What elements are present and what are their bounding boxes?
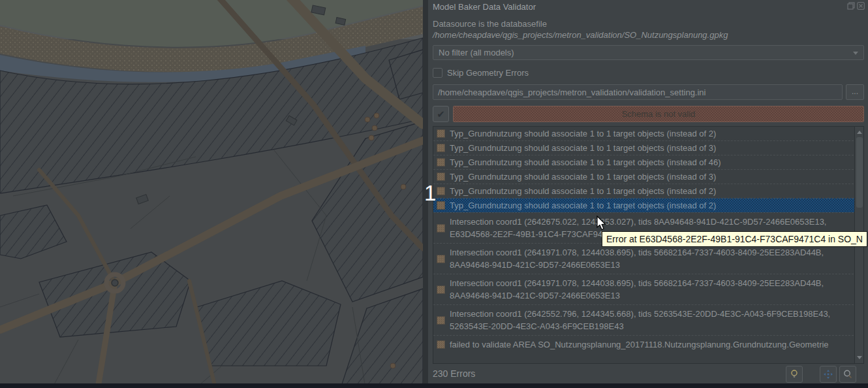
help-suggestion-button[interactable]: [786, 366, 803, 383]
error-list-item[interactable]: Intersection coord1 (2641971.078, 124403…: [433, 274, 863, 304]
pan-to-error-button[interactable]: [820, 366, 837, 383]
error-item-text: Intersection coord1 (2641971.078, 124403…: [450, 277, 852, 302]
error-item-text: Typ_Grundnutzung should associate 1 to 1…: [450, 170, 716, 183]
error-item-checkbox[interactable]: [437, 144, 445, 152]
error-item-checkbox[interactable]: [437, 224, 445, 233]
pan-arrows-icon: [823, 369, 833, 380]
float-panel-icon[interactable]: [847, 2, 855, 10]
step-annotation: 1: [424, 182, 436, 204]
error-item-checkbox[interactable]: [437, 172, 445, 181]
mouse-cursor-icon: [597, 216, 608, 234]
error-item-text: Typ_Grundnutzung should associate 1 to 1…: [450, 127, 716, 140]
error-item-text: Typ_Grundnutzung should associate 1 to 1…: [450, 156, 721, 169]
error-item-text: Typ_Grundnutzung should associate 1 to 1…: [450, 185, 716, 197]
error-list-item[interactable]: Typ_Grundnutzung should associate 1 to 1…: [433, 184, 863, 198]
skip-geometry-checkbox[interactable]: [433, 68, 442, 78]
scroll-up-icon[interactable]: [857, 131, 862, 134]
error-item-checkbox[interactable]: [437, 129, 445, 138]
zoom-to-error-button[interactable]: [839, 366, 856, 383]
error-item-text: Typ_Grundnutzung should associate 1 to 1…: [450, 199, 716, 212]
error-tooltip: Error at E63D4568-2E2F-49B1-91C4-F73CAF9…: [602, 231, 867, 247]
map-graphics: [0, 0, 423, 388]
datasource-path: /home/cheapdave/qgis_projects/metron_val…: [433, 30, 728, 40]
browse-button[interactable]: ...: [846, 84, 864, 100]
error-item-checkbox[interactable]: [437, 201, 445, 210]
screenshot-root: Model Baker Data Validator Datasource is…: [0, 0, 868, 388]
schema-status-bar: Schema is not valid: [453, 106, 864, 122]
chevron-down-icon: [853, 52, 858, 55]
panel-title: Model Baker Data Validator: [433, 2, 536, 12]
map-canvas[interactable]: [0, 0, 423, 388]
error-list-item[interactable]: failed to validate AREA SO_Nutzungsplanu…: [433, 335, 863, 353]
model-baker-validator-panel: Model Baker Data Validator Datasource is…: [428, 0, 868, 384]
error-item-checkbox[interactable]: [437, 316, 445, 325]
error-item-text: Intersection coord1 (2641971.078, 124403…: [450, 246, 852, 271]
error-item-checkbox[interactable]: [437, 255, 445, 263]
validation-settings-input[interactable]: [433, 84, 843, 100]
error-list-item[interactable]: Intersection coord1 (2642552.796, 124434…: [433, 304, 863, 335]
scroll-down-icon[interactable]: [857, 356, 862, 359]
skip-geometry-label: Skip Geometry Errors: [447, 68, 529, 78]
error-item-checkbox[interactable]: [437, 158, 445, 167]
error-item-text: Typ_Grundnutzung should associate 1 to 1…: [450, 142, 716, 154]
error-list-item[interactable]: Typ_Grundnutzung should associate 1 to 1…: [433, 155, 863, 169]
error-item-checkbox[interactable]: [437, 285, 445, 294]
error-item-checkbox[interactable]: [437, 187, 445, 195]
error-list-item[interactable]: Intersection coord1 (2641971.078, 124403…: [433, 243, 863, 274]
error-list-item[interactable]: Typ_Grundnutzung should associate 1 to 1…: [433, 127, 863, 140]
close-panel-icon[interactable]: [857, 2, 865, 10]
scrollbar-handle[interactable]: [856, 137, 863, 208]
lightbulb-icon: [789, 369, 799, 380]
error-item-checkbox[interactable]: [437, 340, 445, 349]
model-filter-value: No filter (all models): [439, 48, 514, 57]
error-item-text: Intersection coord1 (2642552.796, 124434…: [450, 308, 852, 332]
error-list-item[interactable]: Typ_Grundnutzung should associate 1 to 1…: [433, 169, 863, 184]
error-count-label: 230 Errors: [433, 368, 475, 379]
model-filter-dropdown[interactable]: No filter (all models): [433, 45, 864, 60]
schema-validate-checkbox[interactable]: ✔: [433, 106, 449, 122]
error-list-item[interactable]: Typ_Grundnutzung should associate 1 to 1…: [433, 198, 863, 212]
skip-geometry-checkbox-row[interactable]: Skip Geometry Errors: [433, 68, 529, 78]
datasource-label: Datasource is the databasefile /home/che…: [433, 18, 808, 40]
error-item-text: failed to validate AREA SO_Nutzungsplanu…: [450, 338, 829, 351]
magnifier-icon: [843, 369, 853, 380]
error-list-item[interactable]: Typ_Grundnutzung should associate 1 to 1…: [433, 140, 863, 155]
window-bottom-edge: [0, 383, 868, 388]
